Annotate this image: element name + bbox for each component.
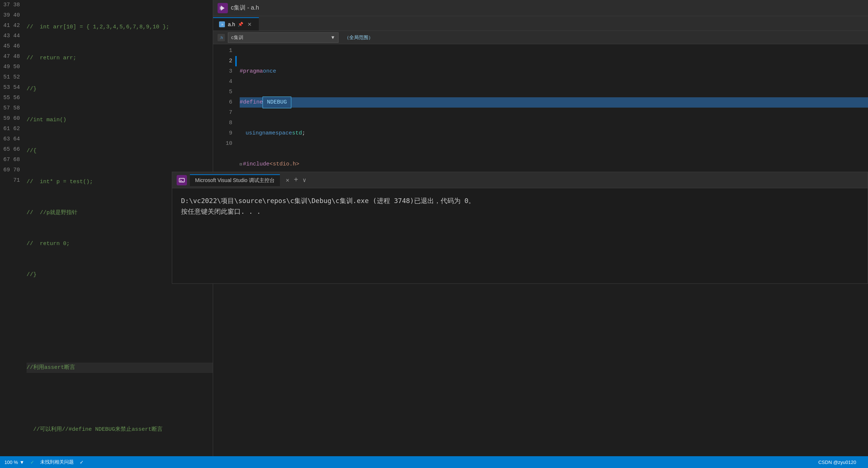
file-icon-small: .h: [218, 34, 225, 41]
tab-label: a.h: [228, 21, 235, 27]
right-code-line-1: #pragma once: [240, 66, 868, 77]
tab-close-button[interactable]: ✕: [246, 21, 253, 28]
code-line-37: // int arr[10] = { 1,2,3,4,5,6,7,8,9,10 …: [27, 22, 213, 32]
breadcrumb-chevron: ▼: [330, 35, 335, 40]
terminal-vs-icon: [177, 175, 187, 185]
terminal-panel: Microsoft Visual Studio 调试主控台 ✕ + ∨ D:\v…: [172, 172, 868, 284]
code-line-38: // return arr;: [27, 53, 213, 63]
code-line-47: [27, 332, 213, 342]
code-line-46: [27, 301, 213, 311]
terminal-chevron-button[interactable]: ∨: [303, 177, 306, 184]
terminal-tab[interactable]: Microsoft Visual Studio 调试主控台: [190, 174, 280, 186]
right-code-line-2: #define NDEBUG: [240, 97, 868, 108]
csdn-info: CSDN @zyu0120: [818, 460, 856, 465]
terminal-output-line1: D:\vc2022\项目\source\repos\c集训\Debug\c集训.…: [181, 196, 859, 206]
left-line-numbers: 37 38 39 40 41 42 43 44 45 46 47 48 49 5…: [0, 0, 24, 468]
code-line-49: [27, 394, 213, 404]
tab-pin-icon: 📌: [238, 22, 243, 27]
terminal-titlebar: Microsoft Visual Studio 调试主控台 ✕ + ∨: [172, 172, 868, 188]
code-line-39: //}: [27, 84, 213, 94]
terminal-content: D:\vc2022\项目\source\repos\c集训\Debug\c集训.…: [172, 188, 868, 283]
breadcrumb-text: c集训: [231, 34, 243, 41]
window-title: c集训 - a.h: [231, 4, 259, 12]
active-line-indicator: [235, 56, 237, 66]
status-bar: 100 % ▼ ✓ 未找到相关问题 ✓ CSDN @zyu0120: [0, 456, 868, 468]
zoom-level[interactable]: 100 % ▼: [4, 460, 24, 465]
terminal-tab-label: Microsoft Visual Studio 调试主控台: [195, 177, 275, 184]
vs-logo-icon: [218, 3, 228, 13]
issues-text: 未找到相关问题: [40, 459, 74, 465]
right-code-line-3: using namespace std;: [240, 128, 868, 139]
editor-toolbar: .h c集训 ▼ （全局范围）: [213, 31, 868, 44]
code-line-41: //{: [27, 146, 213, 156]
code-line-40: //int main(): [27, 115, 213, 125]
right-code-line-4: ⊟#include<stdio.h>: [240, 159, 868, 170]
code-line-50: //可以利用//#define NDEBUG来禁止assert断言: [27, 425, 213, 435]
zoom-chevron-icon: ▼: [20, 460, 24, 465]
window-titlebar: c集训 - a.h: [213, 0, 868, 16]
check-icon: ✓: [80, 460, 84, 465]
terminal-output-line2: 按任意键关闭此窗口. . .: [181, 206, 859, 217]
status-icon: ✓: [30, 460, 34, 465]
terminal-add-tab-button[interactable]: +: [294, 176, 298, 184]
scope-label: （全局范围）: [341, 34, 376, 41]
code-line-48: //利用assert断言: [27, 363, 213, 373]
terminal-close-button[interactable]: ✕: [286, 177, 289, 184]
tab-bar: .h a.h 📌 ✕: [213, 16, 868, 31]
tab-file-icon: .h: [219, 21, 225, 27]
zoom-value: 100 %: [4, 460, 18, 465]
breadcrumb-dropdown[interactable]: c集训 ▼: [228, 32, 338, 43]
tab-ah[interactable]: .h a.h 📌 ✕: [213, 17, 259, 31]
